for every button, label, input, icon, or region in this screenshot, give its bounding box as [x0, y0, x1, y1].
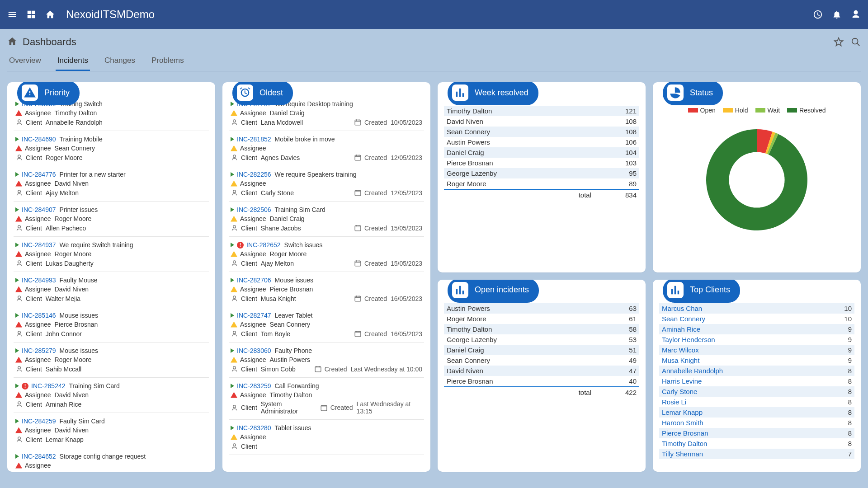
play-icon: [231, 313, 234, 318]
row-value: 8: [823, 418, 855, 428]
client-value: Lemar Knapp: [46, 436, 84, 443]
table-row[interactable]: Roger Moore61: [444, 314, 639, 324]
table-row[interactable]: Pierce Brosnan8: [659, 428, 854, 438]
week-resolved-table: Timothy Dalton121David Niven108Sean Conn…: [444, 106, 639, 200]
search-icon[interactable]: [851, 37, 861, 47]
incident-item[interactable]: INC-284776 Printer for a new starter Ass…: [14, 166, 209, 202]
severity-red-icon: [15, 145, 22, 151]
table-row[interactable]: Sean Connery49: [444, 355, 639, 366]
row-value: 9: [823, 355, 855, 366]
incident-item[interactable]: INC-283259 Call Forwarding Assignee Timo…: [229, 378, 424, 420]
assignee-label: Assignee: [25, 180, 51, 187]
table-row[interactable]: Timothy Dalton121: [444, 106, 639, 116]
client-label: Client: [26, 366, 42, 373]
row-value: 106: [594, 137, 639, 147]
table-row[interactable]: Taylor Henderson9: [659, 334, 854, 345]
incident-item[interactable]: INC-284652 Storage config change request…: [14, 448, 209, 472]
row-value: 108: [594, 116, 639, 127]
table-row[interactable]: Sean Connery10: [659, 314, 854, 324]
table-row[interactable]: Haroon Smith8: [659, 418, 854, 428]
incident-item[interactable]: INC-284993 Faulty Mouse Assignee David N…: [14, 272, 209, 307]
tab-overview[interactable]: Overview: [7, 56, 43, 71]
client-value: Ajay Melton: [46, 189, 79, 197]
table-row[interactable]: Aminah Rice9: [659, 324, 854, 334]
table-row[interactable]: Lemar Knapp8: [659, 407, 854, 418]
row-name: George Lazenby: [444, 168, 594, 178]
row-name: Timothy Dalton: [444, 324, 594, 334]
incident-item[interactable]: INC-282706 Mouse issues Assignee Pierce …: [229, 272, 424, 307]
incident-title: Printer issues: [60, 206, 98, 213]
table-row[interactable]: Daniel Craig104: [444, 147, 639, 158]
table-row[interactable]: Pierce Brosnan40: [444, 376, 639, 387]
incident-item[interactable]: ! INC-282652 Switch issues Assignee Roge…: [229, 237, 424, 272]
incident-item[interactable]: INC-285279 Mouse issues Assignee Roger M…: [14, 343, 209, 378]
table-row[interactable]: George Lazenby53: [444, 334, 639, 345]
table-row[interactable]: Rosie Li8: [659, 397, 854, 407]
apps-icon[interactable]: [26, 9, 36, 19]
client-value: Aminah Rice: [46, 401, 81, 408]
assignee-label: Assignee: [25, 109, 51, 117]
incident-item[interactable]: INC-282256 We require Speakers training …: [229, 166, 424, 202]
incident-item[interactable]: INC-282747 Leaver Tablet Assignee Sean C…: [229, 307, 424, 343]
table-row[interactable]: Annabelle Randolph8: [659, 366, 854, 376]
row-value: 9: [823, 345, 855, 355]
incident-item[interactable]: INC-284690 Training Mobile Assignee Sean…: [14, 131, 209, 166]
table-row[interactable]: Timothy Dalton58: [444, 324, 639, 334]
incident-item[interactable]: INC-283280 Tablet issues Assignee Client: [229, 420, 424, 455]
created-cell: Created 10/05/2023: [354, 118, 422, 126]
tab-problems[interactable]: Problems: [150, 56, 186, 71]
incident-item[interactable]: INC-281852 Mobile broke in move Assignee…: [229, 131, 424, 166]
table-row[interactable]: Marcus Chan10: [659, 303, 854, 314]
user-icon[interactable]: [851, 9, 861, 19]
play-icon: [15, 278, 19, 282]
table-row[interactable]: David Niven47: [444, 366, 639, 376]
card-week-resolved: Week resolved Timothy Dalton121David Niv…: [438, 82, 646, 272]
table-row[interactable]: Harris Levine8: [659, 376, 854, 386]
star-icon[interactable]: [834, 37, 844, 47]
legend-item: Open: [688, 107, 716, 114]
breadcrumb-home-icon[interactable]: [7, 36, 17, 48]
incident-item[interactable]: INC-283060 Faulty Phone Assignee Austin …: [229, 343, 424, 378]
table-row[interactable]: Pierce Brosnan103: [444, 158, 639, 168]
incident-item[interactable]: INC-285146 Mouse issues Assignee Pierce …: [14, 307, 209, 343]
tabs: OverviewIncidentsChangesProblems: [7, 56, 861, 71]
incident-item[interactable]: INC-284937 We require Switch training As…: [14, 237, 209, 272]
row-name: Harris Levine: [659, 376, 823, 386]
status-donut: [659, 117, 854, 243]
table-row[interactable]: Tilly Sherman7: [659, 449, 854, 459]
client-value: John Connor: [46, 330, 82, 338]
row-name: Daniel Craig: [444, 345, 594, 355]
table-row[interactable]: Carly Stone8: [659, 386, 854, 397]
incident-item[interactable]: INC-282506 Training Sim Card Assignee Da…: [229, 202, 424, 237]
tab-incidents[interactable]: Incidents: [56, 56, 90, 71]
assignee-label: Assignee: [240, 286, 266, 293]
history-icon[interactable]: [813, 9, 823, 19]
table-row[interactable]: Timothy Dalton8: [659, 438, 854, 449]
table-row[interactable]: Austin Powers106: [444, 137, 639, 147]
table-row[interactable]: Austin Powers63: [444, 303, 639, 314]
table-row[interactable]: Daniel Craig51: [444, 345, 639, 355]
severity-red-icon: [15, 427, 22, 433]
badge-oldest-label: Oldest: [259, 88, 283, 98]
badge-top-clients-label: Top Clients: [690, 285, 730, 295]
incident-item[interactable]: ! INC-285242 Training Sim Card Assignee …: [14, 378, 209, 413]
bell-icon[interactable]: [832, 9, 842, 19]
row-name: Pierce Brosnan: [659, 428, 823, 438]
table-row[interactable]: David Niven108: [444, 116, 639, 127]
table-row[interactable]: Marc Wilcox9: [659, 345, 854, 355]
incident-item[interactable]: INC-284259 Faulty Sim Card Assignee Davi…: [14, 413, 209, 448]
tab-changes[interactable]: Changes: [103, 56, 137, 71]
client-label: Client: [26, 295, 42, 302]
table-row[interactable]: Sean Connery108: [444, 127, 639, 137]
home-icon[interactable]: [45, 9, 55, 19]
incident-item[interactable]: INC-284907 Printer issues Assignee Roger…: [14, 202, 209, 237]
total-label: total: [444, 189, 594, 200]
table-row[interactable]: Musa Knight9: [659, 355, 854, 366]
badge-open-incidents: Open incidents: [448, 280, 539, 303]
table-row[interactable]: Roger Moore89: [444, 178, 639, 189]
assignee-value: Timothy Dalton: [270, 391, 312, 399]
table-row[interactable]: George Lazenby95: [444, 168, 639, 178]
menu-icon[interactable]: [7, 9, 17, 19]
severity-amber-icon: [231, 357, 237, 363]
row-name: Roger Moore: [444, 314, 594, 324]
